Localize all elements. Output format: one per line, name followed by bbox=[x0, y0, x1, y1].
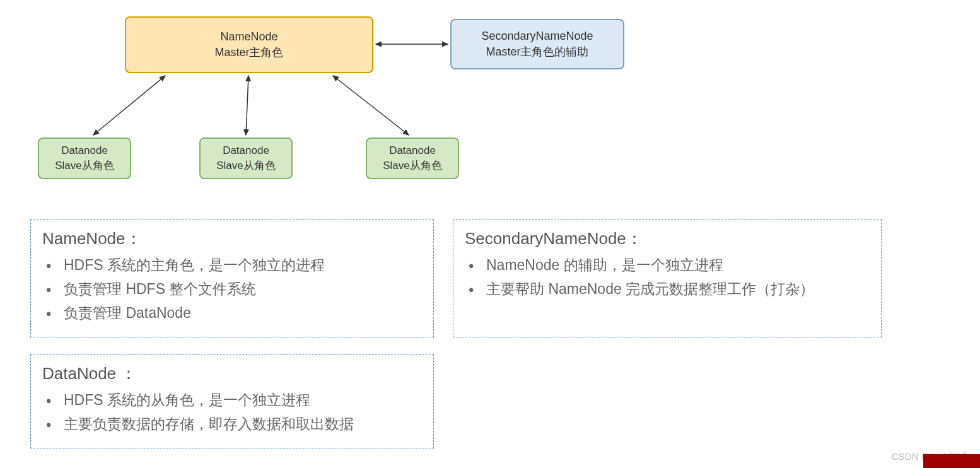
info-datanode: DataNode ： HDFS 系统的从角色，是一个独立进程 主要负责数据的存储… bbox=[30, 354, 434, 448]
secondary-namenode-box: SecondaryNameNode Master主角色的辅助 bbox=[450, 19, 624, 69]
datanode-subtitle: Slave从角色 bbox=[383, 158, 442, 173]
svg-line-1 bbox=[93, 76, 165, 135]
corner-decoration bbox=[923, 454, 980, 468]
datanode-title: Datanode bbox=[389, 143, 436, 158]
list-item: 主要帮助 NameNode 完成元数据整理工作（打杂） bbox=[484, 278, 870, 301]
list-item: HDFS 系统的从角色，是一个独立进程 bbox=[61, 389, 422, 412]
secondary-subtitle: Master主角色的辅助 bbox=[486, 44, 588, 60]
datanode-box-3: Datanode Slave从角色 bbox=[366, 137, 459, 179]
hdfs-architecture-diagram: NameNode Master主角色 SecondaryNameNode Mas… bbox=[0, 0, 980, 202]
info-namenode-list: HDFS 系统的主角色，是一个独立的进程 负责管理 HDFS 整个文件系统 负责… bbox=[42, 254, 422, 325]
svg-line-2 bbox=[246, 76, 248, 135]
info-row-top: NameNode： HDFS 系统的主角色，是一个独立的进程 负责管理 HDFS… bbox=[30, 219, 894, 337]
info-secondary-list: NameNode 的辅助，是一个独立进程 主要帮助 NameNode 完成元数据… bbox=[465, 254, 870, 301]
datanode-box-2: Datanode Slave从角色 bbox=[199, 137, 293, 179]
datanode-title: Datanode bbox=[223, 143, 269, 158]
namenode-subtitle: Master主角色 bbox=[214, 45, 283, 61]
info-secondary: SecondaryNameNode： NameNode 的辅助，是一个独立进程 … bbox=[453, 219, 882, 337]
info-datanode-list: HDFS 系统的从角色，是一个独立进程 主要负责数据的存储，即存入数据和取出数据 bbox=[42, 389, 422, 436]
datanode-box-1: Datanode Slave从角色 bbox=[38, 137, 131, 179]
secondary-title: SecondaryNameNode bbox=[481, 28, 593, 44]
list-item: 负责管理 HDFS 整个文件系统 bbox=[61, 278, 422, 301]
list-item: 主要负责数据的存储，即存入数据和取出数据 bbox=[61, 412, 422, 436]
svg-line-3 bbox=[333, 76, 409, 135]
info-secondary-title: SecondaryNameNode： bbox=[465, 228, 870, 250]
info-row-bottom: DataNode ： HDFS 系统的从角色，是一个独立进程 主要负责数据的存储… bbox=[30, 354, 894, 448]
datanode-subtitle: Slave从角色 bbox=[216, 158, 276, 173]
info-namenode-title: NameNode： bbox=[42, 228, 422, 250]
datanode-subtitle: Slave从角色 bbox=[55, 158, 114, 173]
info-datanode-title: DataNode ： bbox=[42, 363, 422, 385]
datanode-title: Datanode bbox=[61, 143, 108, 158]
list-item: HDFS 系统的主角色，是一个独立的进程 bbox=[61, 254, 422, 278]
namenode-title: NameNode bbox=[220, 29, 277, 45]
list-item: 负责管理 DataNode bbox=[61, 301, 422, 325]
namenode-box: NameNode Master主角色 bbox=[125, 16, 373, 73]
list-item: NameNode 的辅助，是一个独立进程 bbox=[484, 254, 870, 278]
info-namenode: NameNode： HDFS 系统的主角色，是一个独立的进程 负责管理 HDFS… bbox=[30, 219, 434, 337]
